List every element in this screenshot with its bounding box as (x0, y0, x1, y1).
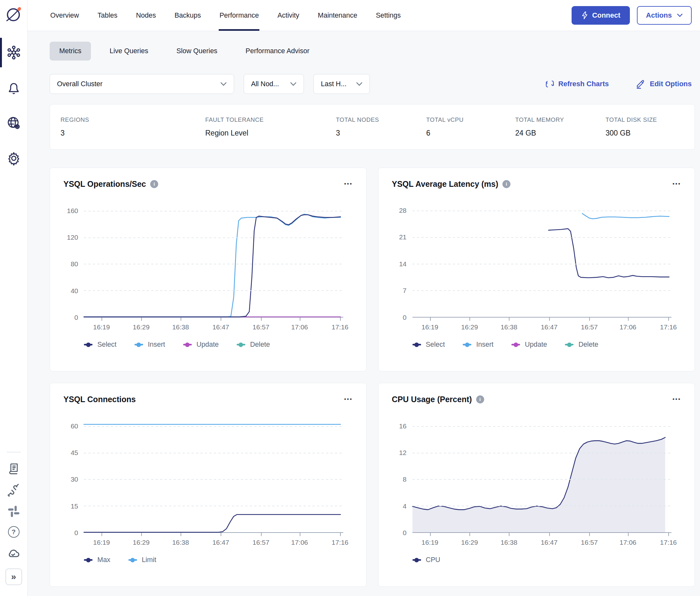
chart-title: YSQL Connections (63, 395, 136, 404)
cluster-select-value: Overall Cluster (57, 80, 214, 88)
chart-body: 1612840 (392, 418, 681, 533)
x-axis-labels: 16:1916:2916:3816:4716:5717:0617:16 (84, 318, 343, 332)
chart-series-lines (412, 203, 672, 317)
time-range-select[interactable]: Last H... (313, 74, 370, 94)
x-tick-label: 16:38 (172, 323, 189, 331)
stat-regions: REGIONS 3 (60, 116, 205, 138)
y-axis-labels: 1612840 (392, 418, 412, 533)
x-tick-label: 16:19 (421, 323, 438, 331)
chart-legend: MaxLimit (84, 556, 353, 564)
tab-maintenance[interactable]: Maintenance (317, 0, 358, 31)
y-tick-label: 0 (74, 529, 78, 537)
chart-menu-button[interactable]: ••• (344, 179, 353, 187)
cluster-select[interactable]: Overall Cluster (50, 74, 234, 94)
nodes-select[interactable]: All Nod... (244, 74, 304, 94)
sidebar-item-settings[interactable] (0, 144, 27, 173)
x-tick-label: 17:16 (332, 323, 349, 331)
legend-label: Limit (142, 556, 156, 564)
stat-value: 3 (60, 129, 205, 138)
legend-item-insert[interactable]: Insert (463, 341, 493, 349)
stat-value: 24 GB (515, 129, 605, 138)
info-icon[interactable]: i (502, 180, 511, 188)
chart-title: YSQL Operations/Sec (63, 179, 146, 189)
chart-body: 604530150 (63, 418, 353, 533)
tab-performance[interactable]: Performance (219, 0, 259, 31)
slack-button[interactable] (7, 505, 20, 518)
tab-overview[interactable]: Overview (50, 0, 80, 31)
stat-label: REGIONS (60, 116, 205, 123)
sidebar-divider (7, 452, 21, 452)
info-icon[interactable]: i (150, 180, 158, 188)
refresh-charts-button[interactable]: Refresh Charts (546, 79, 609, 89)
legend-item-limit[interactable]: Limit (128, 556, 156, 564)
legend-item-delete[interactable]: Delete (237, 341, 270, 349)
gridline (84, 290, 343, 291)
stat-total-nodes: TOTAL NODES 3 (336, 116, 426, 138)
help-button[interactable]: ? (8, 526, 20, 538)
sidebar-item-alerts[interactable] (0, 73, 27, 102)
chart-menu-button[interactable]: ••• (672, 395, 681, 402)
sidebar-item-network-access[interactable] (0, 108, 27, 138)
globe-gear-icon (6, 116, 21, 130)
chart-menu-button[interactable]: ••• (672, 179, 681, 187)
x-tick-label: 17:06 (620, 323, 637, 331)
info-icon[interactable]: i (476, 395, 484, 403)
subtab-slow-queries[interactable]: Slow Queries (167, 42, 227, 60)
chart-card-header: YSQL Operations/Sec i ••• (63, 179, 353, 189)
edit-options-label: Edit Options (650, 80, 692, 88)
legend-label: Delete (250, 341, 270, 349)
cloud-status-button[interactable] (7, 546, 21, 560)
x-tick-label: 16:47 (541, 539, 558, 546)
stat-label: FAULT TOLERANCE (205, 116, 336, 123)
x-tick-label: 16:29 (461, 323, 478, 331)
logo-flame (17, 7, 21, 11)
y-tick-label: 60 (71, 422, 78, 430)
edit-options-button[interactable]: Edit Options (636, 79, 692, 89)
gridline (412, 506, 672, 506)
x-tick-label: 16:19 (421, 539, 438, 546)
legend-item-insert[interactable]: Insert (134, 341, 165, 349)
chart-card-ysql-average-latency-ms-: YSQL Average Latency (ms) i ••• 28211470… (378, 168, 695, 371)
plug-icon (7, 483, 21, 497)
legend-item-select[interactable]: Select (412, 341, 445, 349)
sidebar-item-clusters[interactable] (0, 38, 27, 67)
integrations-button[interactable] (7, 483, 21, 497)
chart-menu-button[interactable]: ••• (344, 395, 353, 402)
legend-item-cpu[interactable]: CPU (412, 556, 440, 564)
x-tick-label: 16:57 (253, 323, 269, 331)
bell-icon (7, 81, 21, 95)
actions-button[interactable]: Actions (637, 6, 692, 25)
chevron-down-icon (220, 82, 227, 86)
subtab-metrics[interactable]: Metrics (50, 42, 91, 60)
docs-button[interactable] (7, 462, 20, 475)
legend-item-update[interactable]: Update (511, 341, 547, 349)
chart-card-header: YSQL Average Latency (ms) i ••• (392, 179, 681, 189)
tab-activity[interactable]: Activity (277, 0, 300, 31)
tab-backups[interactable]: Backups (174, 0, 201, 31)
sidebar-expand-button[interactable]: » (5, 568, 22, 585)
connect-button[interactable]: Connect (572, 6, 630, 25)
legend-item-select[interactable]: Select (84, 341, 116, 349)
subtab-performance-advisor[interactable]: Performance Advisor (236, 42, 319, 60)
tab-tables[interactable]: Tables (97, 0, 118, 31)
legend-marker (511, 344, 520, 345)
y-tick-label: 14 (399, 260, 406, 268)
chart-body: 28211470 (392, 203, 681, 318)
legend-marker (463, 344, 471, 345)
chart-card-ysql-connections: YSQL Connections ••• 604530150 16:1916:2… (50, 383, 367, 587)
x-tick-label: 16:57 (253, 539, 269, 546)
subtab-live-queries[interactable]: Live Queries (100, 42, 158, 60)
legend-item-update[interactable]: Update (183, 341, 219, 349)
app-logo[interactable] (0, 0, 28, 29)
stat-total-disk-size: TOTAL DISK SIZE 300 GB (605, 116, 695, 138)
legend-item-delete[interactable]: Delete (565, 341, 598, 349)
tab-settings[interactable]: Settings (375, 0, 401, 31)
legend-item-max[interactable]: Max (84, 556, 110, 564)
x-tick-label: 16:57 (581, 323, 598, 331)
y-tick-label: 0 (403, 529, 407, 537)
stat-label: TOTAL NODES (336, 116, 426, 123)
tab-nodes[interactable]: Nodes (135, 0, 157, 31)
sidebar-bottom-nav: ? » (0, 452, 27, 596)
chart-legend: CPU (412, 556, 681, 564)
y-tick-label: 0 (403, 314, 407, 321)
